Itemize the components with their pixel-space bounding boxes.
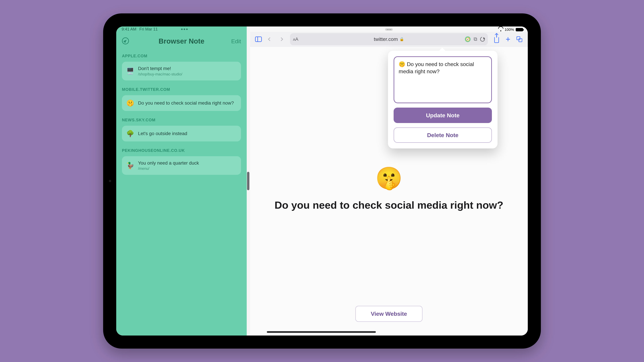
note-title: You only need a quarter duck <box>138 160 199 166</box>
view-website-button[interactable]: View Website <box>355 306 422 322</box>
edit-button[interactable]: Edit <box>228 38 241 44</box>
ipad-device-frame: 9:41 AM Fri Mar 11 Browser Note Edit APP… <box>103 13 541 349</box>
safari-browser: 100% AA twitter.com 🔒 <box>250 26 528 336</box>
url-text: twitter.com 🔒 <box>374 36 404 42</box>
ipad-camera <box>109 180 111 182</box>
note-card[interactable]: 🖥️ Don't tempt me! /shop/buy-mac/mac-stu… <box>122 62 241 80</box>
section-header: APPLE.COM <box>122 54 241 58</box>
update-note-button[interactable]: Update Note <box>394 108 492 123</box>
app-header: Browser Note Edit <box>116 31 247 49</box>
forward-button[interactable] <box>276 34 286 44</box>
page-emoji-icon: 🤫 <box>375 167 402 189</box>
note-title: Don't tempt me! <box>138 66 182 71</box>
plus-icon: + <box>506 35 510 43</box>
reload-button[interactable] <box>479 36 486 42</box>
sidebar-toggle-icon <box>255 36 262 42</box>
multitasking-dots-icon[interactable] <box>181 28 188 30</box>
share-icon <box>494 37 499 43</box>
note-emoji-icon: 🦆 <box>126 162 134 169</box>
note-emoji-icon: 🖥️ <box>126 67 134 75</box>
status-bar-left: 9:41 AM Fri Mar 11 <box>116 26 247 31</box>
battery-icon <box>516 28 523 31</box>
note-card[interactable]: 🌳 Let's go outside instead <box>122 126 241 141</box>
section-header: NEWS.SKY.COM <box>122 118 241 122</box>
note-title: Do you need to check social media right … <box>138 100 234 106</box>
app-compass-icon[interactable] <box>122 37 129 44</box>
extension-compass-icon[interactable]: 🧭 <box>465 36 470 42</box>
split-view-resize-handle[interactable] <box>247 172 250 190</box>
note-title: Let's go outside instead <box>138 131 187 136</box>
note-textarea[interactable] <box>394 56 492 103</box>
browser-note-app: 9:41 AM Fri Mar 11 Browser Note Edit APP… <box>116 26 247 336</box>
safari-toolbar: AA twitter.com 🔒 🧭 ⧉ + <box>250 32 528 46</box>
app-title: Browser Note <box>158 37 204 45</box>
multitasking-dots-icon[interactable] <box>385 28 393 31</box>
home-indicator[interactable] <box>267 331 376 333</box>
status-time: 9:41 AM <box>122 27 136 31</box>
note-card[interactable]: 🤫 Do you need to check social media righ… <box>122 95 241 111</box>
extensions-puzzle-icon[interactable]: ⧉ <box>474 36 477 42</box>
section-header: MOBILE.TWITTER.COM <box>122 87 241 92</box>
ipad-screen: 9:41 AM Fri Mar 11 Browser Note Edit APP… <box>116 26 528 336</box>
note-emoji-icon: 🤫 <box>126 99 134 107</box>
share-button[interactable] <box>492 34 501 44</box>
battery-percentage: 100% <box>505 27 514 32</box>
new-tab-button[interactable]: + <box>503 34 513 44</box>
section-header: PEKINGHOUSEONLINE.CO.UK <box>122 148 241 153</box>
note-emoji-icon: 🌳 <box>126 130 134 137</box>
chevron-right-icon <box>280 37 283 41</box>
lock-icon: 🔒 <box>400 37 404 41</box>
delete-note-button[interactable]: Delete Note <box>394 127 492 143</box>
safari-page-content: 🤫 Do you need to check social media righ… <box>250 46 528 336</box>
tab-overview-button[interactable] <box>515 34 524 44</box>
note-card[interactable]: 🦆 You only need a quarter duck /menu/ <box>122 156 241 175</box>
chevron-left-icon <box>268 37 272 41</box>
tabs-grid-icon <box>516 36 522 42</box>
back-button[interactable] <box>265 34 274 44</box>
page-headline: Do you need to check social media right … <box>274 199 503 211</box>
reader-aa-button[interactable]: AA <box>293 36 298 42</box>
notes-list: APPLE.COM 🖥️ Don't tempt me! /shop/buy-m… <box>116 49 247 176</box>
extension-popover: Update Note Delete Note <box>388 51 498 148</box>
sidebar-toggle-button[interactable] <box>254 34 263 44</box>
note-subtitle: /menu/ <box>138 166 199 171</box>
wifi-icon <box>498 28 503 31</box>
status-date: Fri Mar 11 <box>139 27 158 31</box>
status-bar-right: 100% <box>250 26 528 32</box>
url-bar[interactable]: AA twitter.com 🔒 🧭 ⧉ <box>290 33 488 45</box>
note-subtitle: /shop/buy-mac/mac-studio/ <box>138 72 182 76</box>
